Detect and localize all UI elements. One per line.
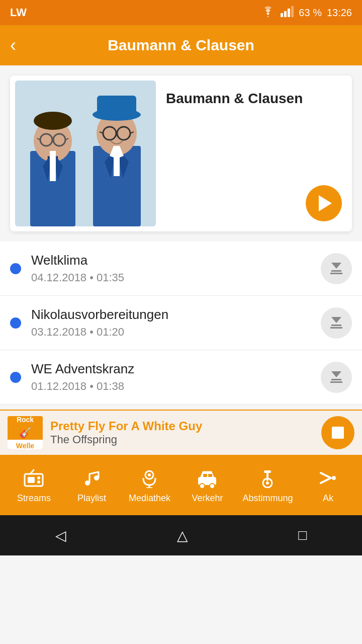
- mediathek-label: Mediathek: [129, 493, 170, 504]
- wifi-icon: [260, 6, 276, 20]
- svg-rect-1: [284, 11, 287, 17]
- download-button[interactable]: [321, 253, 352, 284]
- ak-icon: [315, 467, 340, 489]
- episode-info: WE Adventskranz 01.12.2018 • 01:38: [31, 361, 311, 393]
- episode-dot: [10, 372, 21, 383]
- episode-title: Nikolausvorbereitungen: [31, 307, 311, 323]
- now-playing-artist: The Offspring: [50, 433, 314, 446]
- episode-meta: 04.12.2018 • 01:35: [31, 271, 311, 284]
- play-button[interactable]: [306, 185, 342, 221]
- download-button[interactable]: [321, 307, 352, 339]
- time-display: 13:26: [327, 7, 352, 19]
- svg-rect-22: [97, 96, 136, 117]
- home-nav-button[interactable]: △: [162, 522, 203, 549]
- back-button[interactable]: ‹: [10, 35, 16, 56]
- sidebar-item-playlist[interactable]: Playlist: [69, 467, 114, 504]
- verkehr-icon: [195, 467, 220, 489]
- episode-title: WE Adventskranz: [31, 361, 311, 377]
- svg-rect-34: [28, 477, 35, 483]
- svg-point-39: [94, 475, 99, 480]
- back-nav-button[interactable]: ◁: [40, 522, 81, 549]
- now-playing-title: Pretty Fly For A White Guy: [50, 419, 314, 433]
- episode-title: Weltklima: [31, 253, 311, 268]
- episode-dot: [10, 317, 21, 329]
- download-icon: [330, 317, 342, 329]
- svg-point-53: [332, 476, 336, 480]
- artist-image: [15, 80, 156, 226]
- svg-rect-2: [288, 9, 290, 17]
- android-nav-bar: ◁ △ □: [0, 515, 362, 555]
- status-icons: 63 % 13:26: [260, 6, 352, 20]
- streams-icon: [21, 467, 46, 489]
- svg-point-15: [34, 112, 72, 130]
- artist-name-container: Baumann & Clausen: [156, 80, 347, 117]
- svg-rect-0: [281, 13, 283, 17]
- ak-label: Ak: [323, 493, 333, 504]
- app-logo: LW: [10, 6, 27, 19]
- episode-meta: 01.12.2018 • 01:38: [31, 380, 311, 393]
- episode-item[interactable]: WE Adventskranz 01.12.2018 • 01:38: [0, 350, 362, 405]
- playlist-label: Playlist: [77, 493, 106, 504]
- artist-name: Baumann & Clausen: [166, 91, 337, 107]
- bottom-nav: Streams Playlist Mediathek: [0, 455, 362, 515]
- svg-point-41: [148, 473, 151, 476]
- station-logo-bottom: Welle: [8, 440, 43, 449]
- verkehr-label: Verkehr: [192, 493, 223, 504]
- station-logo-top: Rock: [8, 416, 43, 426]
- station-logo: Rock 🎸 Welle: [8, 416, 43, 449]
- now-playing-info: Pretty Fly For A White Guy The Offspring: [50, 419, 314, 446]
- signal-icon: [281, 6, 294, 20]
- episode-meta: 03.12.2018 • 01:20: [31, 326, 311, 339]
- now-playing-bar[interactable]: Rock 🎸 Welle Pretty Fly For A White Guy …: [0, 410, 362, 455]
- sidebar-item-ak[interactable]: Ak: [305, 467, 350, 504]
- svg-point-38: [85, 480, 90, 486]
- battery-icon: 63 %: [299, 7, 322, 19]
- sidebar-item-verkehr[interactable]: Verkehr: [185, 467, 230, 504]
- svg-point-36: [37, 480, 40, 484]
- recents-nav-button[interactable]: □: [283, 522, 322, 548]
- svg-rect-18: [50, 151, 56, 181]
- streams-label: Streams: [17, 493, 51, 504]
- download-button[interactable]: [321, 362, 352, 393]
- episode-item[interactable]: Weltklima 04.12.2018 • 01:35: [0, 242, 362, 296]
- episode-item[interactable]: Nikolausvorbereitungen 03.12.2018 • 01:2…: [0, 296, 362, 350]
- download-icon: [330, 371, 342, 383]
- sidebar-item-mediathek[interactable]: Mediathek: [127, 467, 172, 504]
- svg-point-45: [200, 484, 205, 488]
- episode-list: Weltklima 04.12.2018 • 01:35 Nikolausvor…: [0, 242, 362, 405]
- svg-point-46: [210, 484, 215, 488]
- playlist-icon: [79, 467, 104, 489]
- svg-rect-51: [264, 470, 271, 473]
- artist-card: Baumann & Clausen: [10, 75, 352, 231]
- status-bar: LW 63 % 13:26: [0, 0, 362, 25]
- svg-point-52: [266, 481, 269, 485]
- svg-point-35: [37, 476, 40, 479]
- svg-rect-47: [203, 474, 207, 477]
- header: ‹ Baumann & Clausen: [0, 25, 362, 65]
- play-icon: [319, 195, 332, 211]
- stop-button[interactable]: [321, 416, 354, 449]
- page-title: Baumann & Clausen: [108, 37, 254, 54]
- download-icon: [330, 263, 342, 274]
- episode-dot: [10, 263, 21, 274]
- episode-info: Weltklima 04.12.2018 • 01:35: [31, 253, 311, 284]
- svg-rect-3: [291, 6, 294, 17]
- svg-rect-48: [208, 474, 212, 477]
- abstimmung-icon: [255, 467, 280, 489]
- episode-info: Nikolausvorbereitungen 03.12.2018 • 01:2…: [31, 307, 311, 339]
- sidebar-item-streams[interactable]: Streams: [11, 467, 56, 504]
- stop-icon: [332, 427, 344, 439]
- mediathek-icon: [137, 467, 162, 489]
- abstimmung-label: Abstimmung: [242, 493, 293, 504]
- sidebar-item-abstimmung[interactable]: Abstimmung: [242, 467, 293, 504]
